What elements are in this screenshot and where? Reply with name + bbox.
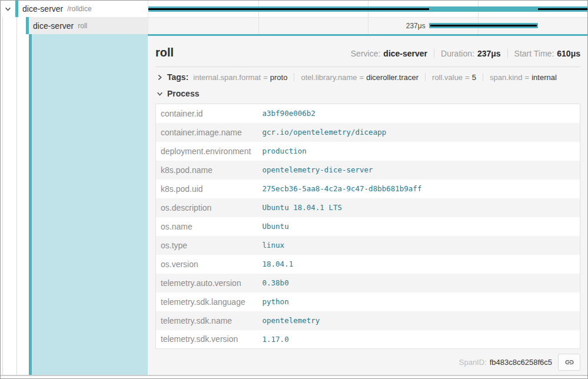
divider bbox=[507, 49, 508, 58]
table-row: container.ida3bf90e006b2 bbox=[156, 104, 580, 123]
process-value-cell: 0.38b0 bbox=[258, 274, 580, 292]
chevron-right-icon bbox=[157, 74, 163, 81]
collapse-toggle[interactable] bbox=[4, 6, 11, 12]
tag-item: span.kind=internal bbox=[490, 73, 557, 82]
process-key-cell: os.type bbox=[156, 236, 258, 255]
table-row: container.image.namegcr.io/opentelemetry… bbox=[156, 123, 580, 142]
child-span-bar[interactable] bbox=[429, 23, 538, 28]
selected-span-fill bbox=[32, 34, 148, 375]
tag-item: otel.library.name=diceroller.tracer bbox=[301, 73, 418, 82]
process-label: Process bbox=[167, 89, 199, 98]
chevron-down-icon bbox=[5, 6, 11, 12]
chevron-down-icon bbox=[157, 91, 163, 97]
process-key-cell: k8s.pod.uid bbox=[156, 179, 258, 198]
span-name-column: dice-server /rolldice dice-server roll bbox=[1, 1, 148, 34]
process-value-cell: a3bf90e006b2 bbox=[258, 104, 580, 123]
table-row: os.typelinux bbox=[156, 236, 580, 255]
critical-path-segment bbox=[148, 8, 429, 10]
indent-guide bbox=[2, 17, 3, 375]
process-value-cell: python bbox=[258, 292, 580, 311]
span-row-roll[interactable]: dice-server roll bbox=[1, 17, 148, 34]
process-key-cell: deployment.environment bbox=[156, 142, 258, 161]
process-key-cell: os.version bbox=[156, 255, 258, 274]
process-key-cell: container.id bbox=[156, 104, 258, 123]
service-value: dice-server bbox=[383, 49, 427, 58]
critical-path-segment bbox=[538, 8, 587, 10]
process-value-cell: 18.04.1 bbox=[258, 255, 580, 274]
process-value-cell: Ubuntu bbox=[258, 217, 580, 236]
process-header-row[interactable]: Process bbox=[155, 83, 580, 101]
span-service-name: dice-server bbox=[33, 21, 74, 31]
spanid-value: fb483c8c6258f6c5 bbox=[490, 358, 552, 367]
tag-item: internal.span.format=proto bbox=[193, 73, 287, 82]
table-row: telemetry.sdk.languagepython bbox=[156, 292, 580, 311]
duration-value: 237μs bbox=[477, 49, 501, 58]
table-row: telemetry.sdk.version1.17.0 bbox=[156, 330, 580, 349]
detail-footer: SpanID: fb483c8c6258f6c5 bbox=[155, 354, 580, 371]
duration-label: Duration: bbox=[441, 49, 474, 58]
process-value-cell: opentelemetry-dice-server bbox=[258, 161, 580, 179]
process-value-cell: 1.17.0 bbox=[258, 330, 580, 349]
jaeger-trace-window: dice-server /rolldice dice-server roll 2… bbox=[0, 0, 588, 379]
column-resizer[interactable] bbox=[147, 1, 149, 34]
span-color-bar bbox=[15, 1, 18, 17]
span-detail-section: roll Service: dice-server Duration: 237μ… bbox=[1, 34, 587, 376]
process-key-cell: telemetry.sdk.name bbox=[156, 311, 258, 330]
deep-link-button[interactable] bbox=[558, 354, 580, 371]
start-time-label: Start Time: bbox=[514, 49, 554, 58]
span-detail-panel: roll Service: dice-server Duration: 237μ… bbox=[148, 34, 587, 375]
process-value-cell: Ubuntu 18.04.1 LTS bbox=[258, 198, 580, 217]
detail-header: roll Service: dice-server Duration: 237μ… bbox=[155, 36, 580, 59]
span-operation-name: roll bbox=[78, 22, 87, 30]
span-title: roll bbox=[155, 46, 174, 59]
table-row: telemetry.sdk.nameopentelemetry bbox=[156, 311, 580, 330]
span-row-rolldice[interactable]: dice-server /rolldice bbox=[1, 1, 148, 17]
detail-indent-column bbox=[1, 34, 148, 375]
spanid-label: SpanID: bbox=[459, 358, 487, 367]
divider bbox=[294, 73, 294, 81]
link-icon bbox=[564, 357, 574, 367]
indent-guide bbox=[16, 17, 17, 375]
span-bars-column: 237μs bbox=[148, 1, 587, 34]
process-key-cell: telemetry.auto.version bbox=[156, 274, 258, 292]
process-value-cell: linux bbox=[258, 236, 580, 255]
process-key-cell: telemetry.sdk.language bbox=[156, 292, 258, 311]
process-value-cell: gcr.io/opentelemetry/diceapp bbox=[258, 123, 580, 142]
service-label: Service: bbox=[351, 49, 381, 58]
span-operation-name: /rolldice bbox=[67, 5, 91, 13]
process-value-cell: production bbox=[258, 142, 580, 161]
table-row: k8s.pod.nameopentelemetry-dice-server bbox=[156, 161, 580, 179]
process-key-cell: os.description bbox=[156, 198, 258, 217]
table-row: k8s.pod.uid275ecb36-5aa8-4c2a-9c47-d8bb6… bbox=[156, 179, 580, 198]
timeline-row-roll: 237μs bbox=[148, 17, 587, 34]
divider bbox=[483, 73, 483, 81]
process-value-cell: opentelemetry bbox=[258, 311, 580, 330]
critical-path-segment bbox=[430, 25, 537, 26]
process-key-cell: k8s.pod.name bbox=[156, 161, 258, 179]
trace-timeline: dice-server /rolldice dice-server roll 2… bbox=[1, 1, 587, 34]
process-value-cell: 275ecb36-5aa8-4c2a-9c47-d8bb681b9aff bbox=[258, 179, 580, 198]
process-kv-table: container.ida3bf90e006b2 container.image… bbox=[155, 104, 580, 349]
divider bbox=[425, 73, 426, 81]
table-row: telemetry.auto.version0.38b0 bbox=[156, 274, 580, 292]
process-key-cell: telemetry.sdk.version bbox=[156, 330, 258, 349]
divider bbox=[434, 49, 434, 58]
table-row: os.version18.04.1 bbox=[156, 255, 580, 274]
span-service-name: dice-server bbox=[22, 4, 63, 14]
table-row: os.nameUbuntu bbox=[156, 217, 580, 236]
tags-header-row[interactable]: Tags: internal.span.format=proto otel.li… bbox=[155, 67, 580, 83]
table-row: deployment.environmentproduction bbox=[156, 142, 580, 161]
root-span-bar[interactable] bbox=[148, 6, 587, 12]
tag-item: roll.value=5 bbox=[432, 73, 476, 82]
tags-label: Tags: bbox=[167, 72, 188, 82]
span-color-bar bbox=[26, 17, 29, 34]
process-key-cell: container.image.name bbox=[156, 123, 258, 142]
table-row: os.descriptionUbuntu 18.04.1 LTS bbox=[156, 198, 580, 217]
start-time-value: 610μs bbox=[557, 49, 580, 58]
span-duration-label: 237μs bbox=[406, 22, 426, 30]
span-meta: Service: dice-server Duration: 237μs Sta… bbox=[351, 49, 580, 58]
process-key-cell: os.name bbox=[156, 217, 258, 236]
timeline-row-rolldice bbox=[148, 1, 587, 17]
